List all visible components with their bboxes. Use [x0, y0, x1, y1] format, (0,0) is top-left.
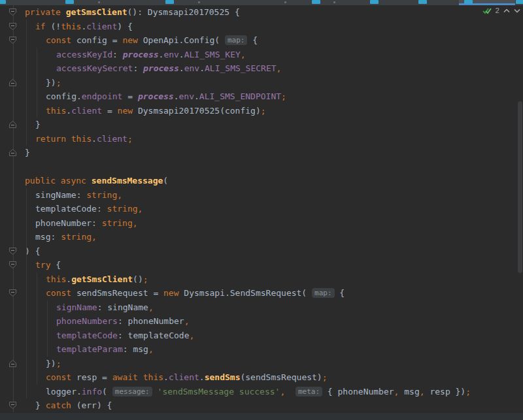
bottom-panel-edge: [0, 412, 523, 420]
code-line[interactable]: this.getSmsClient();: [0, 272, 523, 287]
parameter-hint-chip: meta:: [295, 387, 322, 396]
code-line[interactable]: templateParam: msg,: [0, 342, 523, 357]
code-line[interactable]: templateCode: templateCode,: [0, 329, 523, 343]
fold-collapse-icon[interactable]: [8, 261, 17, 269]
fold-end-icon[interactable]: [8, 120, 17, 129]
fold-end-icon[interactable]: [8, 359, 17, 368]
code-line[interactable]: phoneNumber: string,: [0, 216, 523, 231]
code-line[interactable]: });: [0, 357, 523, 371]
code-line[interactable]: templateCode: string,: [0, 202, 523, 216]
typescript-file-tab-icon[interactable]: [0, 0, 6, 4]
vertical-scrollbar-thumb[interactable]: [518, 101, 522, 273]
parameter-hint-chip: map:: [312, 288, 335, 298]
tab-modified-dot-icon: [333, 1, 335, 3]
code-line[interactable]: } catch (err) {: [0, 398, 523, 413]
editor-tab-strip: [0, 0, 523, 5]
code-line[interactable]: public async sendSmsMessage(: [0, 174, 523, 188]
tab-modified-dot-icon: [284, 1, 286, 3]
fold-collapse-icon[interactable]: [8, 22, 17, 31]
typescript-file-tab-icon[interactable]: [418, 0, 427, 4]
tab-modified-dot-icon: [98, 1, 100, 3]
fold-collapse-icon[interactable]: [8, 8, 17, 16]
indent-guide: [47, 300, 48, 357]
code-line[interactable]: config.endpoint = process.env.ALI_SMS_EN…: [0, 89, 523, 104]
code-line[interactable]: try {: [0, 258, 523, 272]
typescript-file-tab-icon[interactable]: [464, 0, 473, 4]
typescript-file-tab-icon[interactable]: [165, 0, 174, 4]
code-line[interactable]: phoneNumbers: phoneNumber,: [0, 314, 523, 329]
code-editor[interactable]: private getSmsClient(): Dysmsapi20170525…: [0, 5, 523, 413]
code-line[interactable]: accessKeySecret: process.env.ALI_SMS_SEC…: [0, 61, 523, 76]
code-line[interactable]: this.client = new Dysmsapi20170525(confi…: [0, 104, 523, 118]
fold-collapse-icon[interactable]: [8, 289, 17, 297]
code-line[interactable]: const sendSmsRequest = new Dysmsapi.Send…: [0, 286, 523, 300]
code-line[interactable]: const resp = await this.client.sendSms(s…: [0, 370, 523, 385]
ide-window: 2 private getSmsClient(): Dysmsapi201705…: [0, 0, 523, 420]
indent-guide: [26, 188, 27, 399]
code-line[interactable]: if (!this.client) {: [0, 20, 523, 34]
indent-guide: [37, 48, 37, 118]
fold-end-icon[interactable]: [8, 78, 17, 87]
code-line[interactable]: signName: singName,: [0, 300, 523, 315]
code-line[interactable]: return this.client;: [0, 132, 523, 146]
code-line[interactable]: accessKeyId: process.env.ALI_SMS_KEY,: [0, 48, 523, 62]
fold-end-icon[interactable]: [8, 148, 17, 157]
parameter-hint-chip: map:: [225, 35, 248, 45]
indent-guide: [26, 20, 27, 146]
indent-guide: [37, 272, 37, 385]
code-area: private getSmsClient(): Dysmsapi20170525…: [0, 5, 523, 413]
parameter-hint-chip: message:: [112, 387, 152, 396]
code-line[interactable]: private getSmsClient(): Dysmsapi20170525…: [0, 5, 523, 20]
typescript-file-tab-icon[interactable]: [370, 0, 379, 4]
code-line[interactable]: msg: string,: [0, 230, 523, 244]
tab-modified-dot-icon: [198, 1, 200, 3]
typescript-file-tab-icon[interactable]: [65, 0, 74, 4]
code-line[interactable]: logger.info( message: 'sendSmsMessage su…: [0, 385, 523, 399]
code-line[interactable]: });: [0, 76, 523, 90]
code-line[interactable]: const config = new OpenApi.Config( map: …: [0, 33, 523, 48]
code-line[interactable]: singName: string,: [0, 188, 523, 202]
code-line[interactable]: }: [0, 146, 523, 160]
typescript-file-tab-icon[interactable]: [516, 0, 523, 4]
typescript-file-tab-icon[interactable]: [312, 0, 320, 4]
code-line[interactable]: ) {: [0, 244, 523, 259]
fold-collapse-icon[interactable]: [8, 247, 17, 255]
fold-collapse-icon[interactable]: [8, 36, 17, 44]
code-line[interactable]: }: [0, 118, 523, 132]
code-line[interactable]: [0, 160, 523, 174]
fold-collapse-icon[interactable]: [8, 401, 17, 410]
